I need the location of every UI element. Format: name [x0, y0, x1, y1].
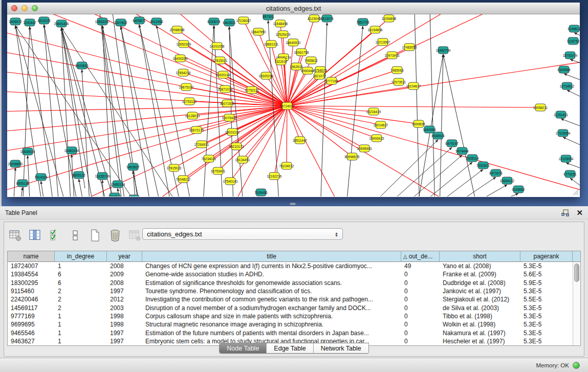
cell-out_degree[interactable]: 0 [401, 271, 440, 278]
cell-pagerank[interactable]: 5.3E-5 [520, 288, 573, 295]
cell-year[interactable]: 2009 [107, 271, 142, 278]
cell-title[interactable]: Tourette syndrome. Phenomenology and cla… [142, 288, 401, 295]
graph-node-teal[interactable]: 8153074 [207, 18, 221, 25]
graph-node-teal[interactable]: 1116753 [567, 37, 580, 45]
graph-node-teal[interactable]: 16482794 [436, 47, 451, 54]
graph-node-yellow[interactable]: 12525419 [276, 31, 291, 38]
cell-title[interactable]: Structural magnetic resonance image aver… [142, 321, 401, 328]
cell-short[interactable]: Stergiakouli et al. (2012) [440, 296, 520, 303]
graph-node-yellow[interactable]: 16128013 [185, 112, 200, 119]
cell-title[interactable]: Genome-wide association studies in ADHD. [142, 271, 401, 278]
cell-short[interactable]: Franke et al. (2009) [440, 271, 520, 278]
cell-year[interactable]: 1998 [107, 321, 142, 328]
cell-in_degree[interactable]: 1 [55, 330, 107, 337]
graph-node-yellow[interactable]: 17483053 [402, 43, 417, 51]
graph-node-yellow[interactable]: 16647950 [251, 28, 266, 35]
graph-node-teal[interactable]: 7526450 [254, 189, 268, 196]
graph-node-teal[interactable]: 8938924 [431, 132, 445, 139]
graph-node-teal[interactable]: 10553287 [95, 18, 110, 25]
cell-short[interactable]: Dudbridge et al. (2008) [440, 279, 520, 287]
table-row[interactable]: 2242004622012Investigating the contribut… [8, 295, 580, 303]
graph-node-teal[interactable]: 2405572 [9, 18, 22, 25]
graph-node-yellow[interactable]: 17226087 [236, 17, 251, 24]
graph-node-yellow[interactable]: 12162216 [267, 172, 282, 180]
graph-node-yellow[interactable]: 76234012 [279, 162, 294, 169]
scrollbar-thumb[interactable] [574, 264, 579, 282]
cell-in_degree[interactable]: 6 [55, 271, 107, 278]
cell-short[interactable]: Jankovic et al. (1997) [440, 288, 520, 295]
cell-year[interactable]: 1998 [107, 313, 142, 320]
graph-node-teal[interactable]: 2620633 [75, 62, 89, 69]
delete-trash-icon[interactable] [108, 228, 122, 243]
graph-node-teal[interactable]: 9505135 [16, 180, 29, 187]
column-header-short[interactable]: short [440, 251, 520, 261]
cell-name[interactable]: 9777169 [8, 313, 55, 320]
graph-node-teal[interactable]: 7032621 [476, 162, 490, 169]
network-canvas[interactable]: 1872400722068088126523691840020417854218… [7, 14, 580, 196]
cell-short[interactable]: Yano et al. (2008) [440, 262, 520, 270]
graph-node-yellow[interactable]: 36071501 [220, 100, 235, 107]
graph-node-yellow[interactable]: 16753401 [211, 167, 226, 174]
cell-pagerank[interactable]: 5.5E-5 [520, 296, 573, 303]
cell-pagerank[interactable]: 5.3E-5 [520, 313, 573, 320]
tab-network-table[interactable]: Network Table [314, 343, 368, 353]
cell-pagerank[interactable]: 5.6E-5 [520, 271, 573, 278]
graph-node-yellow[interactable]: 14201058 [210, 42, 225, 50]
table-row[interactable]: 1456911722003Disruption of a novel membe… [8, 303, 580, 312]
cell-name[interactable]: 9465546 [8, 330, 55, 337]
graph-node-yellow[interactable]: 8123045 [308, 15, 321, 22]
window-resize-grip[interactable] [572, 189, 579, 195]
cell-out_degree[interactable]: 49 [401, 262, 440, 270]
graph-node-yellow[interactable]: 19875102 [179, 83, 194, 91]
graph-node-yellow[interactable]: 16154808 [368, 26, 383, 33]
graph-node-teal[interactable]: 7264524 [108, 193, 121, 196]
graph-node-teal[interactable]: 7851703 [356, 18, 369, 26]
cell-year[interactable]: 2003 [107, 304, 142, 312]
graph-node-yellow[interactable]: 7955812 [304, 57, 318, 64]
graph-node-teal[interactable]: 6479197 [445, 140, 459, 147]
graph-node-teal[interactable]: 1527602 [114, 19, 127, 26]
graph-node-teal[interactable]: 857301 [263, 14, 274, 20]
graph-node-yellow[interactable]: 19861311 [264, 40, 279, 48]
graph-node-teal[interactable]: 15751074 [563, 52, 578, 59]
graph-node-yellow[interactable]: 8990444 [301, 67, 314, 74]
graph-node-teal[interactable]: 12734512 [560, 82, 575, 90]
table-row[interactable]: 1872400712008Changes of HCN gene express… [8, 262, 580, 270]
graph-node-teal[interactable]: 15839024 [20, 148, 35, 155]
graph-node-yellow[interactable]: 22068088 [170, 26, 185, 33]
cell-pagerank[interactable]: 5.3E-5 [520, 304, 573, 312]
table-row[interactable]: 1938455462009Genome-wide association stu… [8, 270, 580, 278]
graph-node-teal[interactable]: 1230447 [23, 19, 36, 26]
column-header-name[interactable]: name [8, 251, 55, 261]
column-header-out_degree[interactable]: △out_de... [401, 251, 440, 261]
cell-pagerank[interactable]: 5.3E-5 [520, 330, 573, 337]
graph-node-teal[interactable]: 7914324 [34, 173, 48, 181]
cell-pagerank[interactable]: 5.9E-5 [520, 279, 573, 287]
cell-pagerank[interactable]: 5.3E-5 [520, 262, 573, 270]
new-document-icon[interactable] [88, 228, 102, 243]
graph-node-teal[interactable]: 10654112 [500, 177, 515, 184]
graph-node-yellow[interactable]: 15958211 [533, 104, 548, 111]
column-chooser-icon[interactable] [28, 228, 42, 243]
graph-node-yellow[interactable]: 13216419 [366, 108, 381, 115]
tab-edge-table[interactable]: Edge Table [267, 343, 313, 353]
cell-year[interactable]: 2008 [107, 262, 142, 270]
graph-node-yellow[interactable]: 11054898 [382, 15, 397, 22]
cell-in_degree[interactable]: 2 [55, 296, 107, 303]
graph-node-teal[interactable]: 9329966 [557, 66, 571, 73]
graph-node-yellow[interactable]: 18640910 [286, 39, 301, 46]
cell-title[interactable]: Estimation of the future numbers of pati… [142, 330, 401, 337]
graph-node-yellow[interactable]: 17540143 [223, 178, 238, 185]
cell-title[interactable]: Changes of HCN gene expression and I(f) … [142, 262, 401, 270]
cell-in_degree[interactable]: 1 [55, 313, 107, 320]
table-row[interactable]: 911546021997Tourette syndrome. Phenomeno… [8, 287, 580, 295]
zoom-window-button[interactable] [32, 5, 38, 11]
graph-node-teal[interactable]: 8813074 [320, 15, 334, 22]
graph-node-teal[interactable]: 6405871 [133, 17, 146, 24]
graph-node-teal[interactable]: 12103054 [559, 155, 574, 162]
cell-name[interactable]: 9115460 [8, 288, 55, 295]
cell-year[interactable]: 1997 [107, 330, 142, 337]
cell-out_degree[interactable]: 0 [401, 304, 440, 312]
graph-node-teal[interactable]: 11251421 [554, 111, 569, 118]
graph-node-yellow[interactable]: 16104617 [406, 82, 421, 90]
